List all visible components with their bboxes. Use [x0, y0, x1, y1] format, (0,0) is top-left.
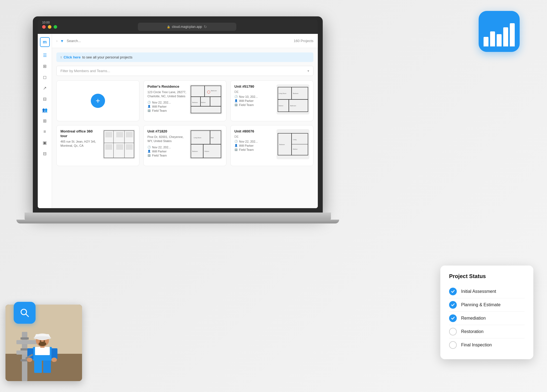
svg-rect-29	[116, 144, 123, 150]
potters-owner: 👤 Will Parker	[147, 105, 187, 108]
close-button[interactable]	[42, 25, 46, 29]
filter-members-bar[interactable]: Filter by Members and Teams... ▾	[56, 66, 313, 76]
unit80076-team: 🏢 Field Team	[234, 148, 274, 151]
stats-bar-1	[484, 37, 488, 46]
project-status-card: Project Status Initial Assessment Planni…	[440, 266, 533, 359]
sidebar-item-team[interactable]: 👥	[40, 105, 50, 115]
sidebar-item-cards[interactable]: ▣	[40, 138, 50, 148]
content-area: ↑ Click here to see all your personal pr…	[52, 48, 318, 208]
status-check-planning	[449, 301, 457, 309]
potters-date: 🕐 Nov 22, 202...	[147, 101, 187, 104]
montreal-info: Montreal office 360 tour 465 rue St. Jea…	[60, 129, 100, 150]
status-item-restoration: Restoration	[449, 325, 525, 338]
status-check-initial	[449, 288, 457, 295]
lock-icon: 🔒	[167, 25, 170, 28]
personal-projects-text: to see all your personal projects	[82, 55, 133, 59]
search-input[interactable]	[67, 37, 291, 45]
project-card-unit80076[interactable]: Unit #80076 DE 🕐 Nov 22, 202... �	[230, 125, 313, 166]
minimize-button[interactable]	[48, 25, 51, 29]
history-icon4: 🕐	[234, 140, 238, 143]
project-card-unit71820[interactable]: Unit #71820 Pine Dr, 82001, Cheyenne, WY…	[143, 125, 226, 166]
header-bar: › ▼ 160 Projects	[52, 34, 318, 48]
unit71820-date: 🕐 Nov 22, 202...	[147, 146, 187, 149]
svg-rect-27	[126, 132, 133, 137]
team-icon: 🏢	[147, 109, 151, 112]
status-item-planning: Planning & Estimate	[449, 298, 525, 312]
sidebar-item-list[interactable]: ≡	[40, 127, 50, 137]
svg-text:Bedroom: Bedroom	[192, 102, 198, 103]
maximize-button[interactable]	[54, 25, 57, 29]
potters-thumbnail: Bedroom Kitchen Bathroom	[190, 84, 222, 114]
click-here-link[interactable]: Click here	[64, 55, 81, 59]
potters-title: Potter's Residence	[147, 84, 187, 89]
filter-members-label: Filter by Members and Teams...	[60, 69, 110, 73]
add-project-card[interactable]: +	[56, 80, 139, 121]
sidebar-item-report2[interactable]: ⊟	[40, 149, 50, 158]
app-logo[interactable]: m	[40, 37, 50, 47]
laptop-screen: 10:00 🔒 cloud.magicplan.app ↻ m	[38, 20, 318, 208]
potters-team: 🏢 Field Team	[147, 109, 187, 112]
unit80076-title: Unit #80076	[234, 129, 274, 134]
status-item-remediation: Remediation	[449, 312, 525, 325]
app-content: m ☰ ⊞ ◻ ↗ ⊟ 👥 ⊞ ≡ ▣ ⊟ ›	[38, 34, 318, 208]
svg-point-67	[34, 336, 51, 340]
unit71820-title: Unit #71820	[147, 129, 187, 134]
svg-text:Living Room: Living Room	[279, 93, 286, 94]
sidebar-item-reports[interactable]: ↗	[40, 83, 50, 93]
status-item-initial-assessment: Initial Assessment	[449, 285, 525, 298]
unit80076-subtitle: DE	[234, 135, 274, 138]
reload-button[interactable]: ↻	[204, 25, 207, 29]
unit51790-owner: 👤 Will Parker	[234, 99, 274, 102]
sidebar-item-3d[interactable]: ◻	[40, 72, 50, 82]
team-icon2: 🏢	[234, 103, 238, 106]
history-icon2: 🕐	[234, 95, 238, 98]
svg-line-73	[26, 314, 28, 317]
status-check-remediation	[449, 314, 457, 322]
main-content: › ▼ 160 Projects ↑ Click here to see all…	[52, 34, 318, 208]
status-check-restoration	[449, 328, 457, 335]
unit80076-owner: 👤 Will Parker	[234, 144, 274, 147]
svg-text:Bedroom: Bedroom	[293, 93, 298, 94]
sidebar-item-org[interactable]: ⊞	[40, 116, 50, 126]
project-card-potters[interactable]: Potter's Residence 123 Circle Tree Lane,…	[143, 80, 226, 121]
search-badge[interactable]	[14, 302, 36, 324]
stats-app-icon[interactable]	[479, 11, 520, 52]
project-card-montreal[interactable]: Montreal office 360 tour 465 rue St. Jea…	[56, 125, 139, 166]
potters-meta: 🕐 Nov 22, 202... 👤 Will Parker	[147, 101, 187, 112]
user-icon2: 👤	[234, 99, 238, 102]
unit71820-team: 🏢 Field Team	[147, 154, 187, 157]
sidebar-item-furniture[interactable]: ⊟	[40, 94, 50, 104]
project-card-unit51790[interactable]: Unit #51790 DE 🕐 Nov 10, 202... �	[230, 80, 313, 121]
potters-info: Potter's Residence 123 Circle Tree Lane,…	[147, 84, 187, 112]
team-icon4: 🏢	[234, 148, 238, 151]
add-project-button[interactable]: +	[91, 94, 105, 108]
potters-address: 123 Circle Tree Lane, 28277, Charlotte, …	[147, 90, 187, 99]
stats-bar-2	[490, 31, 495, 46]
url-bar[interactable]: 🔒 cloud.magicplan.app ↻	[138, 23, 236, 31]
sidebar-item-grid[interactable]: ⊞	[40, 61, 50, 71]
sidebar: m ☰ ⊞ ◻ ↗ ⊟ 👥 ⊞ ≡ ▣ ⊟	[38, 34, 52, 208]
unit71820-address: Pine Dr, 82001, Cheyenne, WY, United Sta…	[147, 135, 187, 143]
filter-icon[interactable]: ▼	[60, 39, 64, 43]
svg-point-68	[40, 340, 41, 342]
status-item-final-inspection: Final Inspection	[449, 338, 525, 352]
filter-chevron-icon: ▾	[307, 69, 309, 73]
sidebar-item-tasks[interactable]: ☰	[40, 50, 50, 60]
status-label-planning: Planning & Estimate	[461, 302, 501, 307]
unit80076-date: 🕐 Nov 22, 202...	[234, 140, 274, 143]
svg-point-62	[51, 358, 57, 362]
unit51790-team: 🏢 Field Team	[234, 103, 274, 107]
user-icon: 👤	[147, 105, 151, 108]
unit80076-thumbnail: Bedroom Living Kitchen	[277, 129, 309, 159]
laptop-foot	[16, 220, 339, 223]
svg-text:Kitchen: Kitchen	[293, 148, 298, 150]
unit51790-date: 🕐 Nov 10, 202...	[234, 95, 274, 98]
montreal-thumbnail	[103, 129, 135, 159]
svg-rect-0	[190, 84, 222, 114]
svg-text:Kitchen: Kitchen	[201, 102, 206, 103]
unit51790-meta: 🕐 Nov 10, 202... 👤 Will Parker	[234, 95, 274, 107]
personal-projects-bar[interactable]: ↑ Click here to see all your personal pr…	[56, 52, 313, 62]
unit71820-thumbnail: Living Room Bath Bedroom Kitchen	[190, 129, 222, 159]
status-label-final: Final Inspection	[461, 343, 492, 347]
history-icon3: 🕐	[147, 146, 151, 149]
